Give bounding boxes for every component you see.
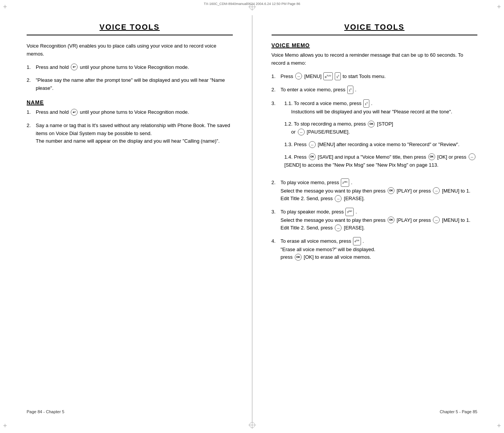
list-item: 1. Press and hold ↩ until your phone tur… — [27, 108, 233, 116]
list-number: 2. — [27, 122, 34, 130]
footer-left: Page 84 - Chapter 5 — [27, 409, 64, 414]
ok-button-icon: OK — [309, 153, 316, 160]
list-number: 2. — [272, 179, 279, 187]
list-number: 1. — [27, 64, 34, 72]
4ghi-button-icon: 4GHI — [353, 237, 361, 245]
menu-button-icon: … — [469, 153, 475, 160]
1btn-icon: 1≡ — [347, 86, 353, 94]
name-section-title: NAME — [27, 99, 233, 105]
voice-memo-title: VOICE MEMO — [272, 42, 478, 48]
or-label: or — [291, 129, 296, 135]
crosshair-tr: + — [497, 3, 501, 11]
list-number: 2. — [272, 86, 279, 94]
list-number: 4. — [272, 237, 279, 245]
footer-right: Chapter 5 - Page 85 — [440, 409, 477, 414]
3def-button-icon: 3DEF — [345, 208, 354, 216]
sub-label: 1.1. — [285, 100, 293, 106]
list-content: Say a name or tag that is It's saved wit… — [36, 122, 233, 145]
list-item: 2. Say a name or tag that is It's saved … — [27, 122, 233, 145]
list-content: 1.1. To record a voice memo, press 1≡ . … — [281, 100, 478, 174]
list-number: 1. — [272, 73, 279, 81]
sub-label: 1.3. — [285, 142, 293, 147]
menu-button-icon: … — [309, 141, 316, 148]
phone-button-icon: ↩ — [71, 109, 78, 116]
crosshair-tc — [248, 3, 256, 12]
ok-button-icon: OK — [428, 153, 435, 160]
ok-button-icon: OK — [368, 121, 375, 127]
menu-button-icon: … — [335, 195, 342, 202]
crosshair-bc — [248, 421, 256, 430]
sub-list-item: 1.3. Press … [MENU] after recording a vo… — [285, 141, 478, 149]
menu-button-icon: … — [295, 73, 302, 80]
list-content: "Please say the name after the prompt to… — [36, 76, 233, 92]
list-content: Press and hold ↩ until your phone turns … — [36, 64, 233, 72]
list-content: To erase all voice memos, press 4GHI . "… — [281, 237, 478, 261]
menu-button-icon: … — [433, 187, 440, 194]
ok-button-icon: OK — [295, 254, 302, 261]
list-item: 3. To play speaker mode, press 3DEF . Se… — [272, 208, 478, 232]
menu-button-icon: … — [298, 129, 305, 135]
left-intro: Voice Recognition (VR) enables you to pl… — [27, 42, 233, 58]
right-page-title: VOICE TOOLS — [272, 23, 478, 32]
ok-button-icon: OK — [388, 187, 394, 194]
list-item: 2. "Please say the name after the prompt… — [27, 76, 233, 92]
list-item: 1. Press … [MENU] 8TUV 1≡ to start Tools… — [272, 73, 478, 81]
1-button-icon: 1≡ — [335, 72, 341, 81]
phone-button-icon: ↩ — [71, 64, 78, 70]
2abc-button-icon: 2ABC — [341, 178, 349, 186]
list-content: Press and hold ↩ until your phone turns … — [36, 108, 233, 116]
left-page-title: VOICE TOOLS — [27, 23, 233, 32]
sub-label: 1.2. — [285, 121, 293, 127]
page-divider — [252, 15, 253, 422]
1btn-icon: 1≡ — [363, 99, 369, 108]
list-content: To play speaker mode, press 3DEF . Selec… — [281, 208, 478, 232]
sub-list-item: 1.1. To record a voice memo, press 1≡ . … — [285, 100, 478, 116]
8-button-icon: 8TUV — [323, 72, 332, 81]
crosshair-bl: + — [3, 422, 7, 430]
menu-button-icon: … — [433, 216, 440, 223]
sub-list-item: 1.2. To stop recording a memo, press OK … — [285, 120, 478, 136]
voice-memo-intro: Voice Memo allows you to record a remind… — [272, 51, 478, 67]
list-item: 2. To play voice memo, press 2ABC . Sele… — [272, 179, 478, 203]
list-item: 2. To enter a voice memo, press 1≡ . — [272, 86, 478, 94]
crosshair-tl: + — [3, 3, 7, 11]
list-content: To enter a voice memo, press 1≡ . — [281, 86, 478, 94]
ok-button-icon: OK — [388, 216, 394, 223]
list-content: To play voice memo, press 2ABC . Select … — [281, 179, 478, 203]
menu-button-icon: … — [335, 224, 342, 231]
list-item: 1. Press and hold ↩ until your phone tur… — [27, 64, 233, 72]
list-item: 3. 1.1. To record a voice memo, press 1≡… — [272, 100, 478, 174]
sub-label: 1.4. — [285, 154, 293, 160]
sub-list-item: 1.4. Press OK [SAVE] and input a "Voice … — [285, 153, 478, 169]
list-number: 3. — [272, 208, 279, 216]
crosshair-br: + — [497, 422, 501, 430]
list-item: 4. To erase all voice memos, press 4GHI … — [272, 237, 478, 261]
list-number: 2. — [27, 76, 34, 84]
list-content: Press … [MENU] 8TUV 1≡ to start Tools me… — [281, 73, 478, 81]
list-number: 3. — [272, 100, 279, 108]
list-number: 1. — [27, 108, 34, 116]
